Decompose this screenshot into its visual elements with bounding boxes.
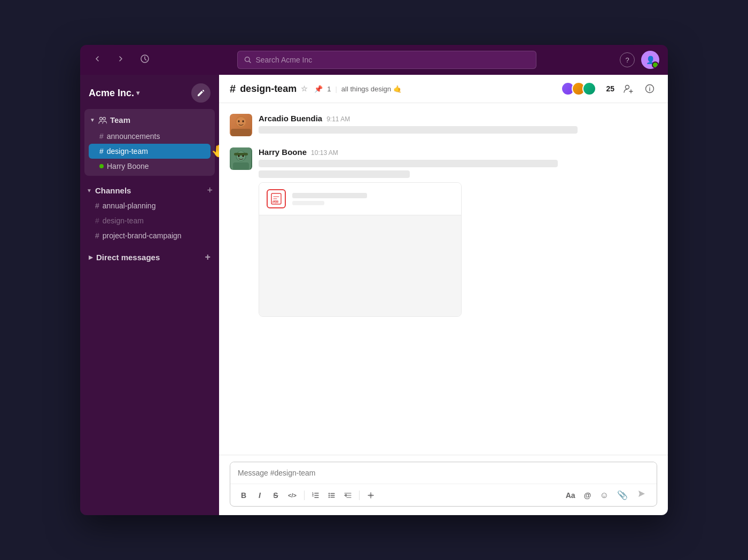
svg-point-25 bbox=[329, 496, 330, 497]
sidebar-item-label: announcements bbox=[107, 132, 160, 141]
add-member-button[interactable] bbox=[621, 81, 636, 96]
file-name-placeholder bbox=[292, 193, 367, 198]
unordered-list-button[interactable] bbox=[325, 488, 339, 502]
bold-button[interactable]: B bbox=[237, 488, 251, 502]
user-avatar[interactable]: 👤 bbox=[641, 51, 659, 69]
message-harry: Harry Boone 10:13 AM bbox=[230, 147, 657, 317]
message-author-harry: Harry Boone bbox=[259, 147, 307, 157]
cursor-hand-icon: 🤚 bbox=[211, 144, 219, 158]
svg-point-16 bbox=[238, 155, 240, 157]
strikethrough-button[interactable]: S bbox=[269, 488, 283, 502]
team-label: Team bbox=[110, 115, 130, 125]
chat-area: # design-team ☆ 📌 1 | all things design … bbox=[219, 75, 668, 515]
message-text-line-2 bbox=[259, 170, 410, 178]
main-layout: Acme Inc. ▾ ▼ bbox=[80, 75, 668, 515]
svg-point-17 bbox=[243, 155, 244, 157]
channels-label: Channels bbox=[95, 186, 131, 195]
sidebar-item-design-team[interactable]: # design-team 🤚 bbox=[89, 144, 211, 159]
message-author-arcadio: Arcadio Buendia bbox=[259, 114, 322, 123]
sidebar-item-annual-planning[interactable]: # annual-planning bbox=[84, 198, 215, 213]
file-info bbox=[292, 193, 454, 205]
workspace-chevron-icon: ▾ bbox=[136, 89, 139, 97]
avatar-harry bbox=[230, 147, 252, 170]
search-icon bbox=[244, 56, 251, 64]
info-button[interactable] bbox=[642, 81, 657, 96]
sidebar-item-label: project-brand-campaign bbox=[103, 231, 182, 240]
channel-hash-icon: # bbox=[230, 83, 236, 95]
svg-rect-8 bbox=[231, 129, 251, 136]
svg-point-11 bbox=[243, 120, 244, 122]
sidebar-item-announcements[interactable]: # announcements bbox=[89, 129, 211, 144]
workspace-name[interactable]: Acme Inc. ▾ bbox=[89, 88, 139, 99]
channels-section-header[interactable]: ▼ Channels + bbox=[80, 182, 219, 198]
file-attachment[interactable]: PDF bbox=[259, 182, 462, 317]
member-count[interactable]: 25 bbox=[606, 84, 614, 93]
mention-button[interactable]: @ bbox=[581, 488, 595, 502]
message-header-harry: Harry Boone 10:13 AM bbox=[259, 147, 657, 157]
team-arrow-icon: ▼ bbox=[90, 117, 95, 123]
workspace-header: Acme Inc. ▾ bbox=[80, 75, 219, 109]
message-header-arcadio: Arcadio Buendia 9:11 AM bbox=[259, 114, 657, 123]
italic-button[interactable]: I bbox=[253, 488, 267, 502]
hash-icon: # bbox=[95, 201, 99, 210]
svg-text:2.: 2. bbox=[312, 494, 315, 497]
pdf-icon: PDF bbox=[267, 189, 286, 208]
sidebar-item-project-brand[interactable]: # project-brand-campaign bbox=[84, 228, 215, 243]
dm-section-header[interactable]: ▶ Direct messages + bbox=[80, 247, 219, 267]
svg-point-10 bbox=[238, 120, 240, 122]
input-toolbar: B I S </> 1. 2. bbox=[230, 484, 657, 506]
sidebar-item-label: Harry Boone bbox=[107, 162, 149, 170]
ordered-list-button[interactable]: 1. 2. bbox=[309, 488, 323, 502]
forward-button[interactable] bbox=[112, 52, 129, 67]
svg-point-4 bbox=[626, 85, 629, 89]
search-input[interactable] bbox=[255, 56, 529, 64]
svg-point-24 bbox=[329, 494, 330, 495]
message-time-harry: 10:13 AM bbox=[311, 149, 338, 157]
add-channel-button[interactable]: + bbox=[207, 185, 213, 195]
search-bar[interactable] bbox=[237, 51, 536, 69]
compose-button[interactable] bbox=[191, 83, 211, 103]
code-button[interactable]: </> bbox=[285, 488, 300, 502]
hash-icon: # bbox=[99, 132, 104, 141]
attach-button[interactable]: 📎 bbox=[614, 488, 631, 502]
history-button[interactable] bbox=[136, 52, 154, 68]
meta-separator: | bbox=[335, 85, 337, 93]
channel-title: # design-team ☆ bbox=[230, 83, 308, 95]
message-text-line-1 bbox=[259, 160, 558, 167]
dm-label: Direct messages bbox=[96, 253, 160, 262]
toolbar-separator-2 bbox=[359, 491, 360, 500]
member-avatars[interactable] bbox=[561, 82, 596, 96]
message-input[interactable] bbox=[230, 462, 657, 484]
back-button[interactable] bbox=[89, 52, 106, 67]
message-input-box: B I S </> 1. 2. bbox=[230, 462, 657, 507]
emoji-button[interactable]: ☺ bbox=[597, 488, 612, 502]
file-header: PDF bbox=[259, 183, 461, 215]
add-dm-button[interactable]: + bbox=[205, 252, 211, 263]
sidebar-item-label: annual-planning bbox=[103, 201, 156, 210]
channel-description: all things design 🤙 bbox=[341, 85, 402, 93]
team-section-header[interactable]: ▼ Team bbox=[84, 111, 215, 129]
channel-header: # design-team ☆ 📌 1 | all things design … bbox=[219, 75, 668, 103]
toolbar-right: Aa @ ☺ 📎 bbox=[563, 487, 650, 503]
sidebar-item-harry-boone[interactable]: Harry Boone bbox=[89, 159, 211, 174]
indent-button[interactable] bbox=[341, 488, 355, 502]
online-status-dot bbox=[99, 164, 104, 168]
font-size-button[interactable]: Aa bbox=[563, 488, 579, 502]
sidebar-item-label: design-team bbox=[103, 216, 144, 225]
svg-rect-18 bbox=[233, 162, 249, 170]
dm-section: ▶ Direct messages + bbox=[80, 247, 219, 267]
special-button[interactable] bbox=[364, 488, 378, 502]
svg-text:PDF: PDF bbox=[272, 200, 279, 204]
pin-icon: 📌 bbox=[314, 85, 323, 93]
sidebar-item-design-team-ch[interactable]: # design-team bbox=[84, 213, 215, 228]
star-icon[interactable]: ☆ bbox=[301, 84, 308, 93]
send-button[interactable] bbox=[633, 487, 650, 503]
sidebar-item-label: design-team bbox=[107, 147, 148, 155]
channel-name: design-team bbox=[240, 83, 297, 95]
help-button[interactable]: ? bbox=[620, 52, 635, 67]
svg-point-2 bbox=[99, 117, 102, 120]
message-time-arcadio: 9:11 AM bbox=[326, 115, 350, 123]
channel-meta: 📌 1 | all things design 🤙 bbox=[314, 85, 401, 93]
svg-rect-15 bbox=[234, 153, 248, 155]
svg-point-1 bbox=[245, 57, 250, 62]
